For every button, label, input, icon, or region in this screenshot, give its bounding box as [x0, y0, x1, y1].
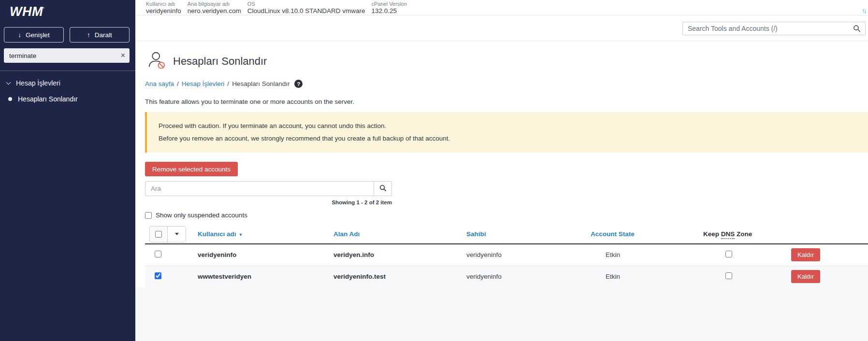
dns-abbr: DNS: [721, 230, 735, 239]
expand-all-label: Genişlet: [26, 31, 50, 39]
page-background-fill: [135, 287, 868, 341]
show-suspended-checkbox[interactable]: [145, 212, 152, 219]
sidebar-filter-input[interactable]: [4, 48, 130, 63]
expand-all-button[interactable]: ↓ Genişlet: [4, 27, 64, 43]
search-icon: [379, 185, 387, 193]
column-header-username[interactable]: Kullanıcı adı▼: [198, 225, 333, 244]
server-info-value: nero.veridyen.com: [188, 7, 241, 15]
accounts-table: Kullanıcı adı▼ Alan Adı Sahibi Account S…: [145, 225, 868, 287]
breadcrumb-separator: /: [227, 80, 229, 87]
main-area: Kullanıcı adı veridyeninfo Ana bilgisaya…: [135, 0, 868, 341]
logo-trademark: ’: [43, 7, 44, 12]
sidebar-item-label: Hesapları Sonlandır: [18, 95, 78, 103]
server-info-bar: Kullanıcı adı veridyeninfo Ana bilgisaya…: [135, 0, 868, 15]
account-search-button[interactable]: [374, 181, 392, 196]
caution-line: Before you remove an account, we strongl…: [159, 134, 856, 143]
sidebar: WHM’ ↓ Genişlet ↑ Daralt × Hesap İşlevle…: [0, 0, 135, 341]
breadcrumb-home-link[interactable]: Ana sayfa: [145, 80, 174, 87]
server-info-hostname: Ana bilgisayar adı nero.veridyen.com: [188, 1, 241, 15]
cell-account-state: Etkin: [591, 244, 703, 266]
server-info-value: 132.0.25: [371, 7, 406, 15]
page-content: Hesapları Sonlandır Ana sayfa / Hesap İş…: [135, 41, 868, 287]
showing-count: Showing 1 - 2 of 2 item: [145, 199, 392, 205]
sidebar-group-hesap-islevleri[interactable]: Hesap İşlevleri: [0, 71, 135, 89]
server-info-label: cPanel Version: [371, 1, 406, 7]
cell-domain: veridyen.info: [333, 244, 466, 266]
breadcrumb-separator: /: [177, 80, 179, 87]
show-suspended-label: Show only suspended accounts: [156, 212, 247, 219]
show-suspended-filter[interactable]: Show only suspended accounts: [145, 212, 868, 219]
cell-username: wwwtestveridyen: [198, 266, 333, 287]
table-header-row: Kullanıcı adı▼ Alan Adı Sahibi Account S…: [145, 225, 868, 244]
arrow-up-icon: ↑: [87, 31, 90, 39]
cell-owner: veridyeninfo: [466, 244, 591, 266]
column-header-keep-dns-zone: Keep DNS Zone: [703, 225, 785, 244]
sidebar-group-label: Hesap İşlevleri: [16, 79, 60, 87]
tools-search: [682, 22, 866, 35]
page-title: Hesapları Sonlandır: [173, 55, 267, 68]
caution-box: Proceed with caution. If you terminate a…: [145, 112, 868, 153]
collapse-all-button[interactable]: ↑ Daralt: [70, 27, 130, 43]
column-header-actions: [785, 225, 868, 244]
server-info-cpanel-version: cPanel Version 132.0.25: [371, 1, 406, 15]
up-down-arrows-icon[interactable]: ↑↓: [862, 7, 866, 14]
column-header-label: Kullanıcı adı: [198, 230, 236, 238]
terminate-accounts-icon: [148, 51, 166, 71]
keep-dns-checkbox[interactable]: [725, 251, 732, 257]
arrow-down-icon: ↓: [18, 31, 21, 39]
column-header-owner[interactable]: Sahibi: [466, 225, 591, 244]
sidebar-controls: ↓ Genişlet ↑ Daralt: [0, 19, 135, 43]
column-header-account-state[interactable]: Account State: [591, 225, 703, 244]
sidebar-filter: ×: [4, 48, 130, 63]
search-icon[interactable]: [853, 25, 861, 34]
help-icon[interactable]: ?: [294, 80, 303, 88]
select-all-segment[interactable]: [150, 227, 168, 242]
sort-desc-icon: ▼: [239, 232, 243, 237]
feature-description: This feature allows you to terminate one…: [145, 98, 868, 105]
caret-down-icon: [175, 233, 179, 235]
cell-domain: veridyeninfo.test: [333, 266, 466, 287]
account-search-input[interactable]: [145, 181, 374, 196]
server-info-label: Ana bilgisayar adı: [188, 1, 241, 7]
whm-logo: WHM’: [0, 0, 135, 19]
bullet-icon: [8, 97, 12, 101]
clear-filter-icon[interactable]: ×: [121, 51, 125, 60]
page-head: Hesapları Sonlandır: [145, 51, 868, 71]
collapse-all-label: Daralt: [95, 31, 112, 39]
account-row-veridyeninfo: veridyeninfo veridyen.info veridyeninfo …: [145, 244, 868, 266]
server-info-label: Kullanıcı adı: [146, 1, 181, 7]
chevron-down-icon: [6, 80, 11, 85]
select-all-split-button: [149, 226, 186, 242]
remove-account-button[interactable]: Kaldır: [791, 270, 820, 283]
row-select-checkbox[interactable]: [155, 272, 161, 279]
breadcrumb-section-link[interactable]: Hesap İşlevleri: [182, 80, 225, 87]
sidebar-item-hesaplari-sonlandir[interactable]: Hesapları Sonlandır: [0, 89, 135, 107]
breadcrumb: Ana sayfa / Hesap İşlevleri / Hesapları …: [145, 80, 868, 88]
server-info-username: Kullanıcı adı veridyeninfo: [146, 1, 181, 15]
breadcrumb-current: Hesapları Sonlandır: [232, 80, 289, 87]
cell-username: veridyeninfo: [198, 244, 333, 266]
server-info-label: OS: [247, 1, 365, 7]
cell-owner: veridyeninfo: [466, 266, 591, 287]
remove-selected-accounts-button[interactable]: Remove selected accounts: [145, 162, 238, 176]
server-info-value: CloudLinux v8.10.0 STANDARD vmware: [247, 7, 365, 15]
whm-app: WHM’ ↓ Genişlet ↑ Daralt × Hesap İşlevle…: [0, 0, 868, 341]
server-info-value: veridyeninfo: [146, 7, 181, 15]
column-header-domain[interactable]: Alan Adı: [333, 225, 466, 244]
cell-account-state: Etkin: [591, 266, 703, 287]
select-menu-toggle[interactable]: [168, 227, 186, 242]
tools-search-band: [135, 15, 868, 41]
tools-search-input[interactable]: [682, 22, 866, 35]
server-info-os: OS CloudLinux v8.10.0 STANDARD vmware: [247, 1, 365, 15]
account-list-search: [145, 181, 392, 196]
remove-account-button[interactable]: Kaldır: [791, 248, 820, 261]
keep-dns-checkbox[interactable]: [725, 272, 732, 279]
row-select-checkbox[interactable]: [155, 251, 161, 257]
account-row-wwwtestveridyen: wwwtestveridyen veridyeninfo.test veridy…: [145, 266, 868, 287]
select-all-checkbox[interactable]: [155, 231, 162, 238]
caution-line: Proceed with caution. If you terminate a…: [159, 121, 856, 131]
